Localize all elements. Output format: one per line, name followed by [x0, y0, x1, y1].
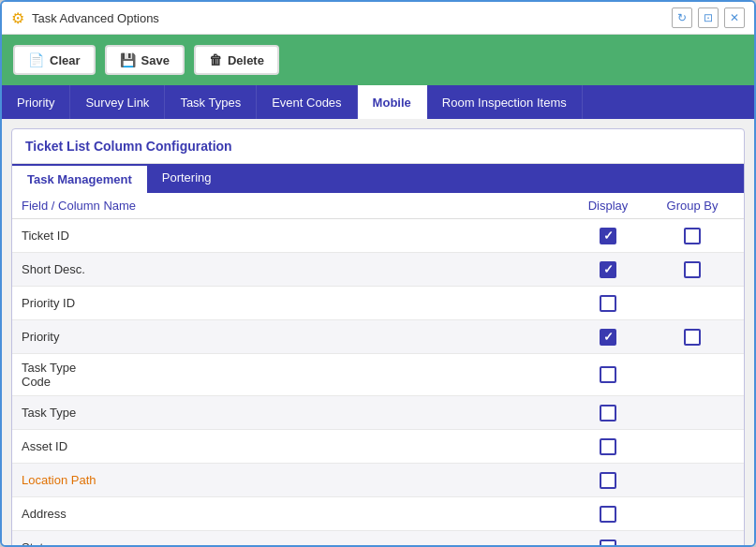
- display-checkbox-cell: [566, 405, 650, 421]
- table-row: Short Desc.: [12, 253, 744, 287]
- maximize-button[interactable]: ⊡: [698, 7, 719, 28]
- table-row: Location Path: [12, 464, 744, 497]
- toolbar: 📄 Clear 💾 Save 🗑 Delete: [2, 35, 754, 85]
- group-by-checkbox-cell: [650, 329, 734, 346]
- field-name: Task TypeCode: [22, 361, 566, 389]
- main-window: ⚙ Task Advanced Options ↻ ⊡ ✕ 📄 Clear 💾 …: [0, 0, 756, 547]
- display-checkbox[interactable]: [600, 506, 616, 523]
- delete-icon: 🗑: [209, 52, 222, 67]
- table-row: Address: [12, 497, 744, 531]
- panel-title: Ticket List Column Configuration: [12, 129, 744, 164]
- tab-event-codes[interactable]: Event Codes: [257, 85, 357, 119]
- col-header-field: Field / Column Name: [22, 199, 566, 213]
- display-checkbox-cell: [566, 329, 650, 346]
- display-checkbox[interactable]: [600, 472, 616, 489]
- group-by-checkbox[interactable]: [684, 261, 701, 278]
- field-name: Asset ID: [22, 439, 566, 453]
- group-by-checkbox[interactable]: [684, 329, 701, 346]
- display-checkbox-cell: [566, 506, 650, 523]
- field-name: Short Desc.: [22, 262, 566, 276]
- delete-button[interactable]: 🗑 Delete: [194, 45, 279, 75]
- display-checkbox-cell: [566, 540, 650, 546]
- field-name: Location Path: [22, 473, 566, 487]
- clear-icon: 📄: [28, 52, 44, 67]
- table-row: Task Type: [12, 396, 744, 430]
- panel: Ticket List Column Configuration Task Ma…: [11, 128, 745, 545]
- save-icon: 💾: [120, 52, 136, 67]
- col-header-display: Display: [566, 199, 650, 213]
- display-checkbox-cell: [566, 228, 650, 244]
- field-name: Status: [22, 540, 566, 545]
- field-name: Address: [22, 507, 566, 521]
- display-checkbox[interactable]: [600, 228, 616, 244]
- display-checkbox-cell: [566, 366, 650, 383]
- group-by-checkbox-cell: [650, 261, 734, 278]
- save-button[interactable]: 💾 Save: [105, 45, 185, 75]
- sub-tabs: Task Management Portering: [12, 164, 744, 193]
- display-checkbox-cell: [566, 261, 650, 278]
- tab-mobile[interactable]: Mobile: [358, 85, 427, 119]
- table-row: Asset ID: [12, 430, 744, 464]
- display-checkbox[interactable]: [600, 405, 616, 421]
- display-checkbox-cell: [566, 295, 650, 312]
- display-checkbox[interactable]: [600, 366, 616, 383]
- tab-task-types[interactable]: Task Types: [165, 85, 257, 119]
- tab-room-inspection[interactable]: Room Inspection Items: [427, 85, 583, 119]
- window-title: Task Advanced Options: [32, 11, 159, 25]
- tab-survey-link[interactable]: Survey Link: [70, 85, 165, 119]
- table-row: Priority ID: [12, 287, 744, 320]
- content-area: Ticket List Column Configuration Task Ma…: [2, 119, 754, 545]
- save-label: Save: [141, 53, 170, 67]
- refresh-button[interactable]: ↻: [672, 7, 692, 28]
- clear-button[interactable]: 📄 Clear: [13, 45, 96, 75]
- table-header: Field / Column Name Display Group By: [12, 193, 744, 219]
- table-row: Status: [12, 531, 744, 545]
- display-checkbox[interactable]: [600, 329, 616, 346]
- display-checkbox[interactable]: [600, 540, 616, 546]
- display-checkbox[interactable]: [600, 295, 616, 312]
- tab-priority[interactable]: Priority: [2, 85, 70, 119]
- field-name: Task Type: [22, 406, 566, 420]
- group-by-checkbox-cell: [650, 228, 734, 244]
- display-checkbox[interactable]: [600, 438, 616, 455]
- table-row: Task TypeCode: [12, 354, 744, 396]
- settings-icon: ⚙: [11, 9, 24, 27]
- field-name: Priority: [22, 330, 566, 344]
- table-row: Priority: [12, 320, 744, 354]
- field-name: Priority ID: [22, 296, 566, 310]
- title-bar-controls: ↻ ⊡ ✕: [672, 7, 745, 28]
- sub-tab-portering[interactable]: Portering: [147, 164, 227, 193]
- sub-tab-task-management[interactable]: Task Management: [12, 164, 147, 193]
- title-bar-left: ⚙ Task Advanced Options: [11, 9, 159, 27]
- display-checkbox-cell: [566, 438, 650, 455]
- table-row: Ticket ID: [12, 219, 744, 253]
- clear-label: Clear: [50, 53, 81, 67]
- delete-label: Delete: [228, 53, 264, 67]
- group-by-checkbox[interactable]: [684, 228, 701, 244]
- nav-tabs: Priority Survey Link Task Types Event Co…: [2, 85, 754, 119]
- display-checkbox[interactable]: [600, 261, 616, 278]
- field-name: Ticket ID: [22, 229, 566, 243]
- col-header-groupby: Group By: [650, 199, 734, 213]
- table: Field / Column Name Display Group By Tic…: [12, 193, 744, 545]
- title-bar: ⚙ Task Advanced Options ↻ ⊡ ✕: [2, 2, 754, 35]
- close-button[interactable]: ✕: [724, 7, 745, 28]
- table-body: Ticket IDShort Desc.Priority IDPriorityT…: [12, 219, 744, 545]
- display-checkbox-cell: [566, 472, 650, 489]
